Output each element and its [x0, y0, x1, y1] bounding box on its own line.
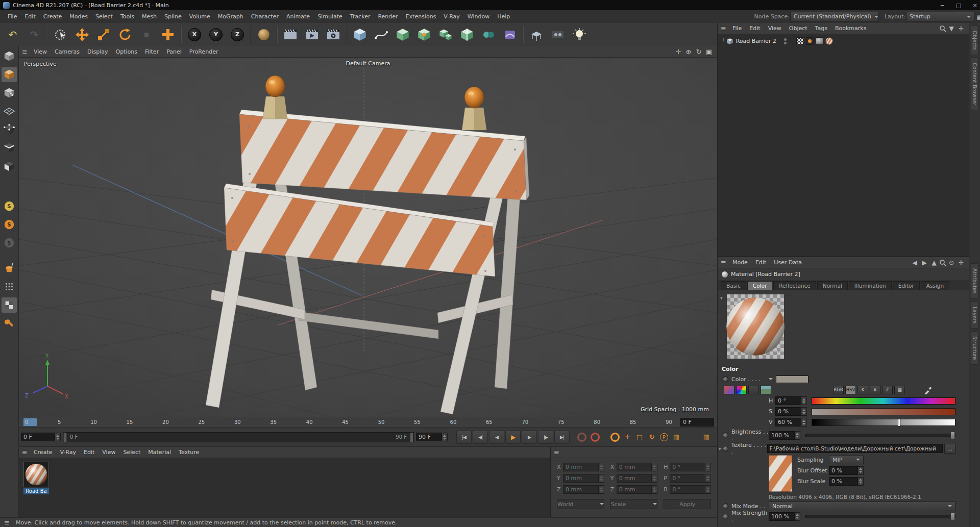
rotate-tool-button[interactable]: [114, 24, 136, 45]
sampling-dropdown[interactable]: MIP: [829, 456, 864, 464]
position-y-field[interactable]: 0 mm: [563, 474, 604, 483]
maximize-button[interactable]: □: [950, 0, 967, 10]
close-button[interactable]: ×: [967, 0, 980, 10]
key-position-button[interactable]: ✛: [622, 432, 633, 443]
apply-button[interactable]: Apply: [664, 499, 711, 509]
menu-render[interactable]: Render: [374, 12, 401, 21]
deformer-button[interactable]: [499, 24, 521, 45]
current-frame-field[interactable]: 0 F: [680, 418, 714, 426]
make-editable-button[interactable]: [2, 48, 17, 64]
object-row[interactable]: └ Road Barrier 2: [718, 36, 969, 46]
expand-icon[interactable]: ▸: [719, 446, 722, 451]
am-menu-mode[interactable]: Mode: [729, 258, 751, 267]
texture-thumbnail[interactable]: [769, 455, 792, 492]
position-x-field[interactable]: 0 mm: [563, 463, 604, 471]
menu-extensions[interactable]: Extensions: [402, 12, 440, 21]
vp-menu-panel[interactable]: Panel: [163, 47, 185, 57]
value-stepper[interactable]: 60 %: [775, 418, 807, 426]
hex-mode-button[interactable]: #: [882, 386, 893, 394]
value-gradient-bar[interactable]: [812, 419, 955, 426]
model-mode-button[interactable]: [2, 67, 17, 82]
live-selection-button[interactable]: [50, 24, 71, 45]
tab-normal[interactable]: Normal: [817, 281, 848, 290]
menu-tracker[interactable]: Tracker: [347, 12, 374, 21]
rotation-p-field[interactable]: 0 °: [670, 474, 711, 483]
kelvin-mode-button[interactable]: K: [857, 386, 868, 394]
om-menu-view[interactable]: View: [765, 23, 785, 33]
autokey-toggle-button[interactable]: [609, 432, 621, 443]
mix-strength-slider-handle[interactable]: [950, 513, 955, 521]
menu-vray[interactable]: V-Ray: [440, 12, 463, 21]
dock-tab-layers[interactable]: Layers: [971, 302, 978, 329]
hamburger-icon[interactable]: ≡: [721, 24, 726, 32]
eyedropper-icon[interactable]: [924, 386, 933, 394]
spline-pen-button[interactable]: [371, 24, 392, 45]
menu-select[interactable]: Select: [92, 12, 116, 21]
brightness-stepper[interactable]: 100 %: [769, 431, 800, 440]
compact-mode-button[interactable]: ⠿: [870, 386, 880, 394]
solo-single-button[interactable]: S: [2, 217, 17, 232]
polygons-mode-button[interactable]: [2, 159, 17, 174]
floor-button[interactable]: [526, 24, 547, 45]
vp-menu-cameras[interactable]: Cameras: [51, 47, 83, 57]
selection-tag-icon[interactable]: [806, 37, 814, 45]
tab-color[interactable]: Color: [747, 281, 772, 290]
visibility-dots-icon[interactable]: [784, 38, 787, 44]
edges-mode-button[interactable]: [2, 140, 17, 156]
play-button[interactable]: ▶: [505, 431, 521, 444]
layout-select[interactable]: Startup: [906, 12, 974, 21]
menu-tools[interactable]: Tools: [117, 12, 138, 21]
uvw-tag-icon[interactable]: [796, 37, 804, 45]
subdivision-surface-button[interactable]: [392, 24, 413, 45]
autokey-record-button[interactable]: [590, 432, 601, 443]
lock-icon[interactable]: ⊙: [947, 259, 956, 266]
brightness-slider[interactable]: [805, 434, 955, 437]
mix-mode-dropdown[interactable]: Normal: [769, 501, 955, 511]
mix-strength-stepper[interactable]: 100 %: [769, 512, 800, 521]
mat-menu-texture[interactable]: Texture: [175, 447, 203, 457]
undo-button[interactable]: ↶: [2, 24, 23, 45]
menu-spline[interactable]: Spline: [161, 12, 185, 21]
volume-builder-button[interactable]: [478, 24, 499, 45]
hamburger-icon[interactable]: ≡: [721, 259, 726, 266]
menu-edit[interactable]: Edit: [21, 12, 39, 21]
move-tool-button[interactable]: [71, 24, 93, 45]
previous-key-button[interactable]: ◀|: [473, 431, 488, 444]
spectrum-icon[interactable]: [724, 386, 734, 394]
viewport-maximize-icon[interactable]: ▣: [704, 48, 714, 56]
coordinate-system-button[interactable]: [253, 24, 275, 45]
solo-off-button[interactable]: S: [2, 198, 17, 214]
frame-start-stepper[interactable]: 0 F: [21, 433, 61, 441]
browse-button[interactable]: ...: [944, 444, 955, 454]
material-thumbnail[interactable]: [23, 462, 49, 487]
scale-tool-button[interactable]: [93, 24, 114, 45]
goto-end-button[interactable]: ▶|: [554, 431, 570, 444]
menu-mograph[interactable]: MoGraph: [214, 12, 247, 21]
world-dropdown[interactable]: World: [557, 499, 604, 509]
hamburger-icon[interactable]: ≡: [554, 448, 559, 456]
menu-modes[interactable]: Modes: [66, 12, 91, 21]
size-y-field[interactable]: 0 mm: [617, 474, 658, 483]
tab-illumination[interactable]: Illumination: [849, 281, 892, 290]
hamburger-icon[interactable]: ≡: [22, 48, 28, 56]
tab-reflectance[interactable]: Reflectance: [773, 281, 816, 290]
mixer-mode-button[interactable]: ▦: [894, 386, 905, 394]
array-button[interactable]: [435, 24, 456, 45]
vp-menu-display[interactable]: Display: [84, 47, 112, 57]
vp-menu-view[interactable]: View: [30, 47, 51, 57]
menu-character[interactable]: Character: [248, 12, 282, 21]
hue-stepper[interactable]: 0 °: [775, 396, 807, 405]
render-settings-button[interactable]: [323, 24, 344, 45]
saturation-gradient-bar[interactable]: [812, 408, 955, 415]
hamburger-icon[interactable]: ≡: [22, 448, 28, 456]
add-tool-button[interactable]: [157, 24, 179, 45]
chevron-down-icon[interactable]: [769, 378, 773, 380]
animate-dot-icon[interactable]: [723, 514, 728, 519]
mat-menu-material[interactable]: Material: [144, 447, 175, 457]
camera-label[interactable]: Default Camera: [346, 60, 390, 67]
menu-create[interactable]: Create: [40, 12, 66, 21]
filter-icon[interactable]: ▼: [947, 25, 956, 32]
am-menu-userdata[interactable]: User Data: [770, 258, 805, 267]
history-back-icon[interactable]: ◀: [910, 259, 919, 266]
menu-volume[interactable]: Volume: [186, 12, 214, 21]
